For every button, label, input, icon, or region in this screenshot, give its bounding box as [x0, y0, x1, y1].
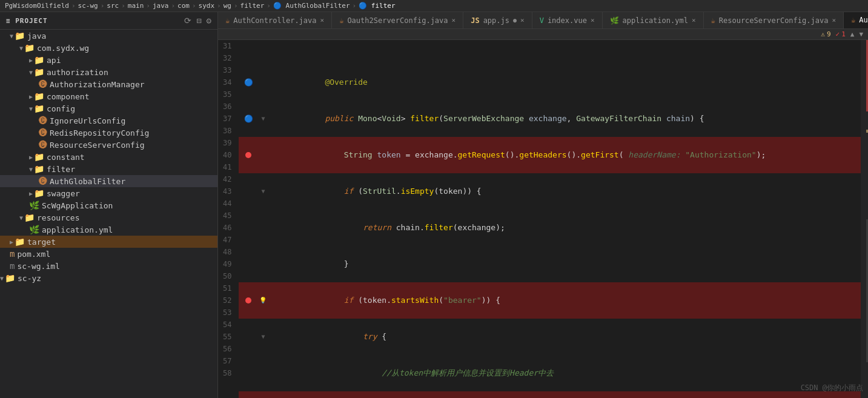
- breadcrumb-item[interactable]: com: [177, 2, 190, 10]
- settings-icon[interactable]: ⚙: [207, 16, 211, 25]
- gutter: [239, 297, 258, 303]
- tab-close-button[interactable]: ×: [320, 16, 325, 24]
- sync-icon[interactable]: ⟳: [184, 16, 191, 25]
- sidebar-item-resources[interactable]: ▼ 📁 resources: [0, 211, 217, 224]
- sidebar-item-component[interactable]: ▶ 📁 component: [0, 90, 217, 102]
- sidebar-item-ResourceServerConfig[interactable]: 🅒 ResourceServerConfig: [0, 139, 217, 151]
- expand-arrow: ▶: [29, 154, 33, 161]
- tab-label: Oauth2ServerConfig.java: [347, 16, 448, 25]
- sidebar-item-authorization[interactable]: ▼ 📁 authorization: [0, 66, 217, 78]
- sidebar-item-pom-xml[interactable]: m pom.xml: [0, 248, 217, 260]
- java-icon: ☕: [225, 16, 230, 25]
- sidebar-item-label: RedisRepositoryConfig: [50, 128, 149, 138]
- tab-label: index.vue: [548, 16, 587, 25]
- sidebar-item-sc-yz[interactable]: ▼ 📁 sc-yz: [0, 272, 217, 284]
- expand-arrow: ▼: [19, 214, 23, 221]
- expand-arrow: ▶: [29, 190, 33, 197]
- sidebar-item-AuthGlobalFilter[interactable]: 🅒 AuthGlobalFilter: [0, 175, 217, 187]
- sidebar-item-label: AuthGlobalFilter: [50, 177, 125, 186]
- sidebar-item-config[interactable]: ▼ 📁 config: [0, 102, 217, 114]
- code-area[interactable]: 3132333435 3637383940 4142434445 4647484…: [218, 40, 868, 398]
- tab-index-vue[interactable]: V index.vue ×: [532, 12, 603, 28]
- tab-ResourceServerConfig[interactable]: ☕ ResourceServerConfig.java ×: [704, 12, 844, 28]
- editor-warnings-bar: ⚠ 9 ✓ 1 ▲ ▼: [218, 29, 868, 40]
- sidebar-item-label: java: [27, 32, 46, 41]
- breadcrumb-item[interactable]: src: [107, 2, 119, 10]
- expand-arrow: ▼: [29, 166, 33, 173]
- breadcrumb: PgWisdomOilfield › sc-wg › src › main › …: [0, 0, 868, 12]
- tab-close-button[interactable]: ×: [452, 16, 456, 24]
- java-file-icon: 🅒: [39, 176, 47, 186]
- code-line: ▼ if (StrUtil.isEmpty(token)) {: [239, 173, 861, 210]
- warning-count[interactable]: ⚠ 9: [821, 30, 830, 38]
- code-text: //从token中解析用户信息并设置到Header中去: [268, 355, 849, 391]
- sidebar-item-label: sc-yz: [18, 274, 41, 283]
- tab-app-js[interactable]: JS app.js ● ×: [463, 12, 532, 28]
- java-file-icon: 🅒: [39, 140, 47, 150]
- iml-file-icon: m: [10, 261, 15, 271]
- tab-AuthController[interactable]: ☕ AuthController.java ×: [218, 12, 332, 28]
- tab-AuthGlobalFilter[interactable]: ☕ AuthGlobalFilter.java ×: [844, 12, 868, 28]
- gutter: 🔵: [239, 113, 258, 125]
- sidebar-item-label: filter: [47, 165, 75, 174]
- sidebar-item-IgnoreUrlsConfig[interactable]: 🅒 IgnoreUrlsConfig: [0, 114, 217, 127]
- code-text: if (StrUtil.isEmpty(token)) {: [268, 173, 849, 210]
- sidebar-item-AuthorizationManager[interactable]: 🅒 AuthorizationManager: [0, 78, 217, 90]
- code-line: return chain.filter(exchange);: [239, 210, 861, 246]
- java-file-icon: 🅒: [39, 116, 47, 125]
- code-line: [239, 40, 861, 52]
- xml-file-icon: m: [10, 249, 15, 259]
- breadcrumb-item[interactable]: 🔵 AuthGlobalFilter: [273, 2, 350, 10]
- sidebar-item-ScWgApplication[interactable]: 🌿 ScWgApplication: [0, 199, 217, 211]
- scrollbar-area[interactable]: [861, 40, 868, 398]
- breadcrumb-sep: ›: [71, 2, 76, 10]
- code-content[interactable]: 🔵 @Override 🔵 ▼ public Mono<Void> filter…: [239, 40, 861, 398]
- sidebar-item-label: sc-wg.iml: [17, 262, 59, 271]
- sidebar-item-constant[interactable]: ▶ 📁 constant: [0, 151, 217, 163]
- breadcrumb-item[interactable]: sc-wg: [78, 2, 98, 10]
- sidebar-item-application-yml[interactable]: 🌿 application.yml: [0, 224, 217, 236]
- sidebar-item-java[interactable]: ▼ 📁 java: [0, 30, 217, 42]
- expand-arrow: ▼: [0, 275, 4, 282]
- breadcrumb-item[interactable]: java: [153, 2, 169, 10]
- editor-area: ☕ AuthController.java × ☕ Oauth2ServerCo…: [218, 12, 868, 398]
- yml-file-icon: 🌿: [29, 225, 39, 234]
- java-icon: ☕: [851, 16, 855, 24]
- sidebar-item-label: authorization: [47, 68, 108, 77]
- tab-Oauth2ServerConfig[interactable]: ☕ Oauth2ServerConfig.java ×: [332, 12, 463, 28]
- collapse-button[interactable]: ▼: [859, 30, 863, 38]
- tab-close-button[interactable]: ×: [520, 16, 525, 24]
- tab-bar: ☕ AuthController.java × ☕ Oauth2ServerCo…: [218, 12, 868, 29]
- breadcrumb-item-active: 🔵 filter: [359, 2, 395, 10]
- vue-icon: V: [540, 16, 544, 25]
- breadcrumb-item[interactable]: wg: [224, 2, 231, 10]
- tab-close-button[interactable]: ×: [832, 16, 836, 24]
- collapse-icon[interactable]: ⊟: [196, 16, 201, 25]
- tab-label: AuthGlobalFilter.java: [859, 16, 868, 24]
- sidebar-item-api[interactable]: ▶ 📁 api: [0, 54, 217, 66]
- sidebar-header: ≡ Project ⟳ ⊟ ⚙: [0, 12, 217, 30]
- sidebar-item-RedisRepositoryConfig[interactable]: 🅒 RedisRepositoryConfig: [0, 127, 217, 139]
- breadcrumb-item[interactable]: main: [128, 2, 144, 10]
- sidebar-item-sc-wg-iml[interactable]: m sc-wg.iml: [0, 260, 217, 272]
- breadcrumb-item[interactable]: PgWisdomOilfield: [5, 2, 69, 10]
- tab-label: AuthController.java: [233, 16, 316, 25]
- tab-close-button[interactable]: ×: [591, 16, 595, 24]
- breadcrumb-item[interactable]: filter: [240, 2, 265, 10]
- sidebar-item-com-sydx-wg[interactable]: ▼ 📁 com.sydx.wg: [0, 42, 217, 54]
- error-count[interactable]: ✓ 1: [836, 30, 846, 38]
- code-line-error: System.out.println("从token中解析用户信息并设置到Hea…: [239, 391, 861, 398]
- sidebar-item-target[interactable]: ▶ 📁 target: [0, 236, 217, 248]
- tab-application-yml[interactable]: 🌿 application.yml ×: [603, 12, 704, 28]
- folder-icon: 📁: [34, 164, 44, 174]
- warning-bulb-icon: 💡: [259, 294, 267, 307]
- sidebar-item-filter[interactable]: ▼ 📁 filter: [0, 163, 217, 175]
- error-dot-icon: [245, 297, 251, 303]
- tab-close-button[interactable]: ×: [692, 16, 696, 24]
- yml-icon: 🌿: [610, 16, 619, 25]
- folder-icon: 📁: [34, 55, 44, 65]
- sidebar-item-label: swagger: [47, 189, 80, 198]
- expand-button[interactable]: ▲: [850, 30, 855, 38]
- sidebar-item-swagger[interactable]: ▶ 📁 swagger: [0, 187, 217, 199]
- breadcrumb-item[interactable]: sydx: [199, 2, 215, 10]
